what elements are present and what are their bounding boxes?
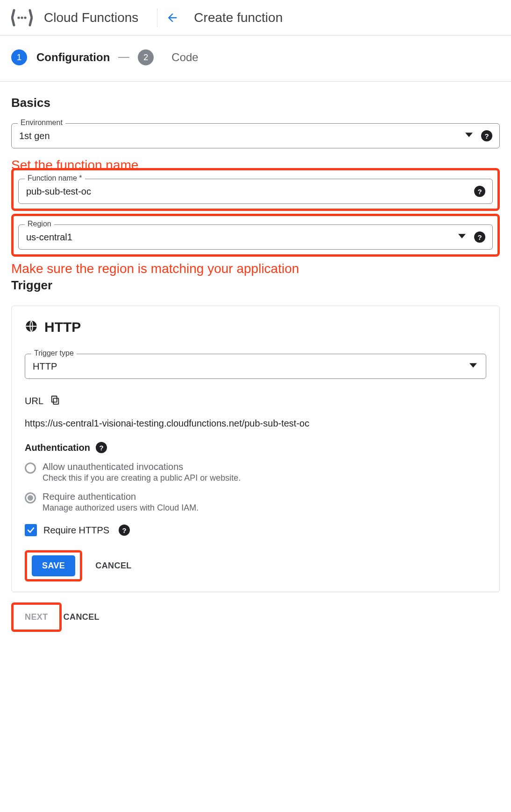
chevron-down-icon: [465, 131, 473, 140]
annotation-box-save: SAVE: [25, 550, 82, 581]
svg-point-0: [17, 16, 20, 19]
function-name-label: Function name *: [25, 174, 85, 182]
function-name-value: pub-sub-test-oc: [26, 186, 91, 197]
region-field[interactable]: Region us-central1 ?: [18, 224, 493, 250]
help-icon[interactable]: ?: [96, 442, 107, 453]
annotation-box-next: NEXT: [11, 602, 62, 632]
chevron-down-icon: [469, 362, 477, 371]
annotation-function-name: Set the function name: [11, 158, 500, 173]
authentication-title: Authentication: [25, 442, 90, 453]
url-value: https://us-central1-visionai-testing.clo…: [25, 418, 486, 429]
trigger-card: HTTP Trigger type HTTP URL https://us-ce…: [11, 306, 500, 592]
step-1-num: 1: [17, 53, 21, 63]
environment-label: Environment: [18, 119, 65, 127]
divider: [157, 8, 157, 27]
auth-option-unauthenticated[interactable]: Allow unauthenticated invocations Check …: [25, 462, 486, 483]
cloud-functions-icon: [11, 7, 33, 28]
cancel-button-footer[interactable]: CANCEL: [64, 612, 99, 622]
svg-point-1: [21, 16, 23, 19]
trigger-type-value: HTTP: [33, 361, 57, 372]
require-https-label: Require HTTPS: [43, 525, 109, 536]
copy-icon[interactable]: [50, 395, 60, 407]
basics-title: Basics: [11, 96, 500, 110]
chevron-down-icon: [458, 232, 466, 242]
svg-point-2: [24, 16, 26, 19]
step-1-label: Configuration: [36, 51, 110, 64]
help-icon[interactable]: ?: [474, 186, 485, 197]
globe-icon: [25, 320, 38, 335]
function-name-field[interactable]: Function name * pub-sub-test-oc ?: [18, 179, 493, 204]
require-https-row[interactable]: Require HTTPS ?: [25, 524, 486, 536]
help-icon[interactable]: ?: [474, 231, 485, 243]
auth-opt2-title: Require authentication: [43, 491, 199, 502]
step-1-circle[interactable]: 1: [11, 49, 27, 65]
cancel-button[interactable]: CANCEL: [95, 561, 131, 571]
trigger-type-heading: HTTP: [44, 319, 81, 335]
step-2-num: 2: [143, 53, 148, 63]
radio-checked-icon: [25, 492, 36, 504]
annotation-region: Make sure the region is matching your ap…: [11, 261, 500, 276]
step-connector: [118, 57, 129, 58]
product-title: Cloud Functions: [44, 10, 157, 25]
svg-rect-4: [53, 398, 58, 404]
step-2-label: Code: [171, 51, 198, 64]
main-content: Basics Environment 1st gen ? Set the fun…: [0, 82, 511, 651]
page-title: Create function: [194, 10, 283, 25]
step-2-circle[interactable]: 2: [138, 49, 154, 65]
environment-value: 1st gen: [19, 131, 50, 141]
svg-rect-5: [52, 396, 57, 402]
help-icon[interactable]: ?: [119, 525, 130, 536]
auth-opt2-sub: Manage authorized users with Cloud IAM.: [43, 503, 199, 513]
auth-option-require[interactable]: Require authentication Manage authorized…: [25, 491, 486, 513]
back-arrow-icon[interactable]: [166, 11, 179, 24]
trigger-type-field[interactable]: Trigger type HTTP: [25, 354, 486, 379]
app-header: Cloud Functions Create function: [0, 0, 511, 35]
auth-opt1-sub: Check this if you are creating a public …: [43, 473, 241, 483]
environment-field[interactable]: Environment 1st gen ?: [11, 123, 500, 148]
checkbox-checked-icon: [25, 524, 37, 536]
help-icon[interactable]: ?: [481, 130, 492, 141]
region-label: Region: [25, 220, 54, 228]
trigger-type-label: Trigger type: [31, 349, 77, 357]
next-button[interactable]: NEXT: [18, 608, 55, 627]
region-value: us-central1: [26, 232, 72, 243]
save-button[interactable]: SAVE: [32, 555, 75, 576]
annotation-box-region: Region us-central1 ?: [11, 214, 500, 257]
annotation-box-function-name: Function name * pub-sub-test-oc ?: [11, 168, 500, 211]
radio-unchecked-icon: [25, 462, 36, 474]
stepper: 1 Configuration 2 Code: [0, 35, 511, 82]
trigger-title: Trigger: [11, 278, 500, 293]
auth-opt1-title: Allow unauthenticated invocations: [43, 462, 241, 472]
url-label: URL: [25, 396, 43, 406]
